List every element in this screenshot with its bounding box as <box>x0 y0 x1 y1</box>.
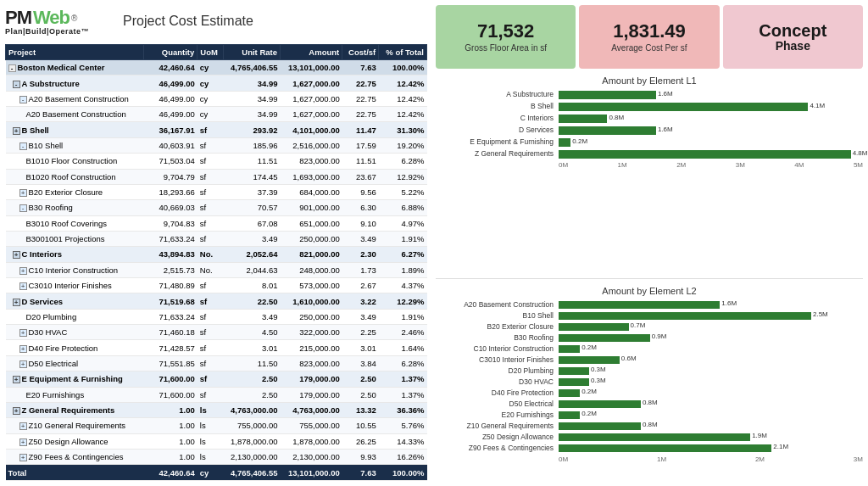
row-name: -B30 Roofing <box>6 200 144 215</box>
row-qty: 71,428.57 <box>143 340 198 355</box>
row-costsf: 23.67 <box>342 169 379 184</box>
row-uom: ls <box>198 433 223 449</box>
bar-fill <box>559 378 589 386</box>
table-row: +D30 HVAC71,460.18sf4.50322,000.002.252.… <box>6 325 427 340</box>
row-rate: 34.99 <box>223 107 280 122</box>
row-amount: 1,627,000.00 <box>281 91 342 106</box>
row-name: +Z50 Design Allowance <box>6 433 144 449</box>
row-rate: 2.50 <box>223 387 280 402</box>
table-row: D20 Plumbing71,633.24sf3.49250,000.003.4… <box>6 309 427 324</box>
row-rate: 3.01 <box>223 340 280 355</box>
row-qty: 40,669.03 <box>143 200 198 215</box>
row-costsf: 9.56 <box>342 184 379 199</box>
row-pct: 1.64% <box>379 340 427 355</box>
row-amount: 250,000.00 <box>281 231 342 246</box>
row-qty: 18,293.66 <box>143 184 198 199</box>
chart1-section: Amount by Element L1 A Substructure 1.6M… <box>436 75 863 271</box>
bar-area: 1.6M <box>559 125 863 135</box>
total-rate: 4,765,406.55 <box>223 465 280 481</box>
row-qty: 2,515.73 <box>143 262 198 277</box>
bar-label: A Substructure <box>436 90 559 98</box>
row-qty: 71,633.24 <box>143 309 198 324</box>
table-row: +Z50 Design Allowance1.00ls1,878,000.001… <box>6 433 427 449</box>
row-name: +C Interiors <box>6 247 144 262</box>
col-costsf: Cost/sf <box>342 45 379 60</box>
row-amount: 4,101,000.00 <box>281 122 342 137</box>
chart1-bars: A Substructure 1.6M B Shell 4.1M C Inter… <box>436 89 863 159</box>
row-costsf: 10.55 <box>342 418 379 433</box>
row-costsf: 3.84 <box>342 355 379 371</box>
row-name: +E Equipment & Furnishing <box>6 371 144 387</box>
row-rate: 293.92 <box>223 122 280 137</box>
chart2-bar-row: B30 Roofing 0.9M <box>436 332 863 343</box>
row-pct: 12.29% <box>379 293 427 309</box>
chart2-bar-row: D50 Electrical 0.8M <box>436 399 863 409</box>
table-row: -B10 Shell40,603.91sf185.962,516,000.001… <box>6 137 427 153</box>
bar-label: Z90 Fees & Contingencies <box>436 444 559 452</box>
row-amount: 179,000.00 <box>281 371 342 387</box>
bar-value: 4.8M <box>853 149 868 157</box>
row-name: -B10 Shell <box>6 137 144 153</box>
row-pct: 12.92% <box>379 169 427 184</box>
row-rate: 34.99 <box>223 91 280 106</box>
row-name: +C3010 Interior Finishes <box>6 278 144 293</box>
chart1-bar-row: Z General Requirements 4.8M <box>436 148 863 159</box>
row-costsf: 3.49 <box>342 309 379 324</box>
table-row: -B30 Roofing40,669.03sf70.57901,000.006.… <box>6 200 427 215</box>
chart2-bar-row: D40 Fire Protection 0.2M <box>436 388 863 398</box>
row-uom: No. <box>198 247 223 262</box>
bar-fill <box>559 345 580 353</box>
row-uom: sf <box>198 137 223 153</box>
row-rate: 4.50 <box>223 325 280 340</box>
row-pct: 16.26% <box>379 449 427 464</box>
row-qty: 71,503.04 <box>143 154 198 169</box>
bar-area: 0.3M <box>559 366 863 376</box>
row-pct: 5.22% <box>379 184 427 199</box>
chart1-bar-row: C Interiors 0.8M <box>436 113 863 123</box>
chart1-bar-row: B Shell 4.1M <box>436 101 863 111</box>
row-qty: 9,704.83 <box>143 215 198 231</box>
row-rate: 755,000.00 <box>223 418 280 433</box>
row-costsf: 2.25 <box>342 325 379 340</box>
total-amount: 13,101,000.00 <box>281 465 342 481</box>
row-amount: 1,610,000.00 <box>281 293 342 309</box>
table-row: +E Equipment & Furnishing71,600.00sf2.50… <box>6 371 427 387</box>
row-pct: 100.00% <box>379 60 427 75</box>
table-row: +C3010 Interior Finishes71,480.89sf8.015… <box>6 278 427 293</box>
row-costsf: 22.75 <box>342 91 379 106</box>
row-amount: 1,627,000.00 <box>281 107 342 122</box>
chart2-bar-row: Z50 Design Allowance 1.9M <box>436 432 863 442</box>
bar-value: 0.3M <box>591 366 606 373</box>
row-qty: 71,460.18 <box>143 325 198 340</box>
row-amount: 2,130,000.00 <box>281 449 342 464</box>
row-uom: ls <box>198 402 223 417</box>
row-rate: 174.45 <box>223 169 280 184</box>
bar-value: 1.6M <box>721 299 737 307</box>
row-amount: 13,101,000.00 <box>281 60 342 75</box>
row-pct: 4.97% <box>379 215 427 231</box>
table-row: +C10 Interior Construction2,515.73No.2,0… <box>6 262 427 277</box>
row-pct: 1.91% <box>379 309 427 324</box>
row-rate: 2,052.64 <box>223 247 280 262</box>
table-row: -Boston Medical Center42,460.64cy4,765,4… <box>6 60 427 75</box>
row-name: -A20 Basement Construction <box>6 91 144 106</box>
bar-area: 0.7M <box>559 321 863 332</box>
row-pct: 36.36% <box>379 402 427 417</box>
row-uom: sf <box>198 154 223 169</box>
table-row: +B Shell36,167.91sf293.924,101,000.0011.… <box>6 122 427 137</box>
row-amount: 823,000.00 <box>281 154 342 169</box>
row-pct: 19.20% <box>379 137 427 153</box>
bar-value: 0.8M <box>609 114 624 121</box>
table-row: +B20 Exterior Closure18,293.66sf37.39684… <box>6 184 427 199</box>
row-rate: 1,878,000.00 <box>223 433 280 449</box>
logo-subtitle: Plan|Build|Operate™ <box>5 27 89 36</box>
bar-fill <box>559 301 720 309</box>
row-qty: 46,499.00 <box>143 75 198 91</box>
row-pct: 6.28% <box>379 355 427 371</box>
right-panel: 71,532 Gross Floor Area in sf 1,831.49 A… <box>432 0 868 486</box>
chart2-bar-row: Z10 General Requirements 0.8M <box>436 421 863 431</box>
bar-value: 4.1M <box>810 102 825 109</box>
bar-fill <box>559 138 570 147</box>
bar-label: D20 Plumbing <box>436 366 559 375</box>
row-rate: 2,044.63 <box>223 262 280 277</box>
